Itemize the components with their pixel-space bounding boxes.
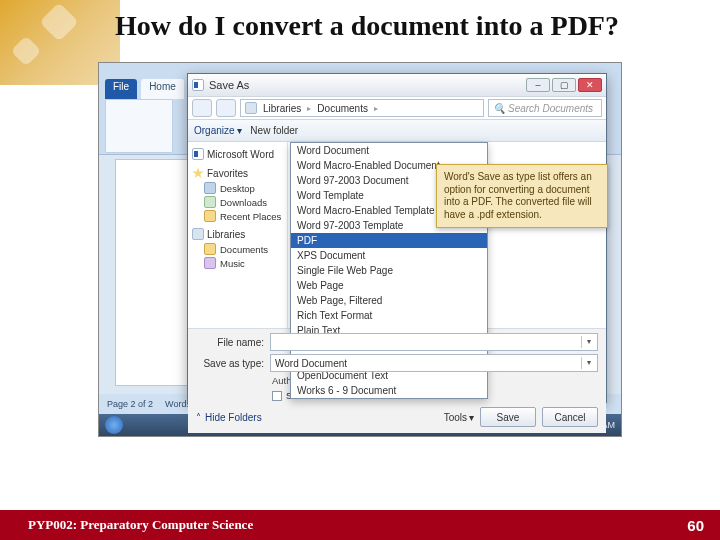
- navgroup-favorites[interactable]: Favorites: [190, 165, 285, 181]
- address-bar[interactable]: Libraries ▸ Documents ▸: [240, 99, 484, 117]
- navgroup-libraries[interactable]: Libraries: [190, 226, 285, 242]
- status-page: Page 2 of 2: [107, 399, 153, 409]
- course-label: PYP002: Preparatory Computer Science: [28, 517, 253, 533]
- start-button[interactable]: [105, 416, 123, 434]
- navlink-recent[interactable]: Recent Places: [190, 209, 285, 223]
- word-icon: [192, 148, 204, 160]
- breadcrumb-documents[interactable]: Documents: [317, 103, 368, 114]
- screenshot: FESTIVAL - Microsoft Word File Home Page…: [98, 62, 622, 437]
- type-option[interactable]: Single File Web Page: [291, 263, 487, 278]
- folder-icon: [204, 243, 216, 255]
- ribbon-group: [105, 99, 173, 153]
- callout: Word's Save as type list offers an optio…: [436, 164, 608, 228]
- organize-button[interactable]: Organize ▾: [194, 125, 242, 136]
- save-as-type-select[interactable]: Word Document▾: [270, 354, 598, 372]
- nav-pane: Microsoft Word Favorites Desktop Downloa…: [188, 142, 288, 328]
- forward-button[interactable]: [216, 99, 236, 117]
- close-button[interactable]: ✕: [578, 78, 602, 92]
- library-icon: [192, 228, 204, 240]
- word-icon: [192, 79, 204, 91]
- dialog-nav: Libraries ▸ Documents ▸ 🔍 Search Documen…: [188, 96, 606, 120]
- type-option[interactable]: Web Page, Filtered: [291, 293, 487, 308]
- tab-home[interactable]: Home: [141, 79, 184, 99]
- filename-input[interactable]: ▾: [270, 333, 598, 351]
- chevron-down-icon[interactable]: ▾: [581, 357, 595, 369]
- star-icon: [192, 167, 204, 179]
- back-button[interactable]: [192, 99, 212, 117]
- maximize-button[interactable]: ▢: [552, 78, 576, 92]
- navlink-desktop[interactable]: Desktop: [190, 181, 285, 195]
- type-option[interactable]: Word Document: [291, 143, 487, 158]
- new-folder-button[interactable]: New folder: [250, 125, 298, 136]
- search-input[interactable]: 🔍 Search Documents: [488, 99, 602, 117]
- type-option[interactable]: Rich Text Format: [291, 308, 487, 323]
- breadcrumb-libraries[interactable]: Libraries: [263, 103, 301, 114]
- chevron-down-icon[interactable]: ▾: [581, 336, 595, 348]
- type-option[interactable]: Works 6 - 9 Document: [291, 383, 487, 398]
- chevron-up-icon: ˄: [196, 412, 201, 423]
- slide-footer: PYP002: Preparatory Computer Science 60: [0, 510, 720, 540]
- navlink-msword[interactable]: Microsoft Word: [190, 146, 285, 162]
- chevron-right-icon: ▸: [374, 104, 378, 113]
- cancel-button[interactable]: Cancel: [542, 407, 598, 427]
- download-icon: [204, 196, 216, 208]
- slide: How do I convert a document into a PDF? …: [0, 0, 720, 540]
- tab-file[interactable]: File: [105, 79, 137, 99]
- type-option-pdf[interactable]: PDF: [291, 233, 487, 248]
- save-as-dialog: Save As – ▢ ✕ Libraries ▸ Documents ▸: [187, 73, 607, 403]
- save-button[interactable]: Save: [480, 407, 536, 427]
- navlink-downloads[interactable]: Downloads: [190, 195, 285, 209]
- chevron-right-icon: ▸: [307, 104, 311, 113]
- hide-folders-button[interactable]: ˄ Hide Folders: [196, 412, 262, 423]
- minimize-button[interactable]: –: [526, 78, 550, 92]
- search-icon: 🔍: [493, 103, 505, 114]
- dialog-toolbar: Organize ▾ New folder: [188, 120, 606, 142]
- tools-button[interactable]: Tools ▾: [444, 412, 474, 423]
- save-thumbnail-checkbox[interactable]: [272, 391, 282, 401]
- navlink-music[interactable]: Music: [190, 256, 285, 270]
- type-label: Save as type:: [196, 358, 264, 369]
- folder-icon: [204, 210, 216, 222]
- library-icon: [245, 102, 257, 114]
- chevron-down-icon: ▾: [469, 412, 474, 423]
- filename-label: File name:: [196, 337, 264, 348]
- page-number: 60: [687, 517, 704, 534]
- dialog-title: Save As: [209, 79, 249, 91]
- navlink-documents[interactable]: Documents: [190, 242, 285, 256]
- desktop-icon: [204, 182, 216, 194]
- type-option[interactable]: XPS Document: [291, 248, 487, 263]
- music-icon: [204, 257, 216, 269]
- content-pane: Word Document Word Macro-Enabled Documen…: [288, 142, 606, 328]
- search-placeholder: Search Documents: [508, 103, 593, 114]
- type-option[interactable]: Web Page: [291, 278, 487, 293]
- slide-title: How do I convert a document into a PDF?: [0, 10, 720, 42]
- dialog-titlebar: Save As – ▢ ✕: [188, 74, 606, 96]
